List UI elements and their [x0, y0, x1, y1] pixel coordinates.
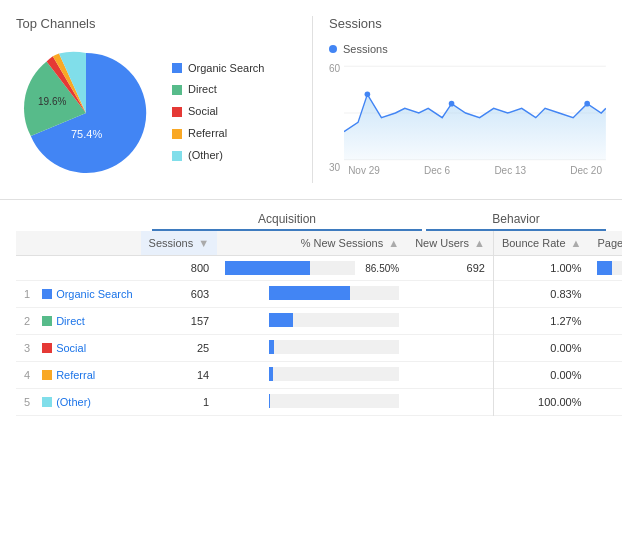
chart-legend: Organic Search Direct Social Referral (O… — [172, 59, 264, 168]
row-num-5: 5 — [16, 389, 34, 416]
sessions-dot — [329, 45, 337, 53]
legend-dot-organic — [172, 63, 182, 73]
channel-link-4[interactable]: Referral — [56, 369, 95, 381]
newusers-2 — [407, 308, 493, 335]
legend-dot-referral — [172, 129, 182, 139]
pages-bar-2 — [589, 308, 622, 335]
data-table-section: Acquisition Behavior Sessions ▼ % New Se… — [0, 200, 622, 428]
legend-label-organic: Organic Search — [188, 59, 264, 79]
sessions-3: 25 — [141, 335, 218, 362]
th-new-sessions: % New Sessions ▲ — [217, 231, 407, 256]
x-axis-labels: Nov 29 Dec 6 Dec 13 Dec 20 — [344, 165, 606, 176]
table-row: 3 Social 25 0.00% — [16, 335, 622, 362]
sessions-line-chart — [344, 63, 606, 163]
table-row: 5 (Other) 1 100.00% — [16, 389, 622, 416]
sessions-point-peak — [365, 91, 371, 97]
total-newusers: 692 — [407, 256, 493, 281]
x-label-dec6: Dec 6 — [424, 165, 450, 176]
total-bounce: 1.00% — [493, 256, 589, 281]
newusers-3 — [407, 335, 493, 362]
total-newsessions-pct: 86.50% — [359, 263, 399, 274]
bounce-2: 1.27% — [493, 308, 589, 335]
x-label-dec13: Dec 13 — [494, 165, 526, 176]
sessions-4: 14 — [141, 362, 218, 389]
data-table: Sessions ▼ % New Sessions ▲ New Users ▲ … — [16, 231, 622, 416]
row-channel-1: Organic Search — [34, 281, 140, 308]
sort-icon-newusers[interactable]: ▲ — [474, 237, 485, 249]
sort-icon-bounce[interactable]: ▲ — [571, 237, 582, 249]
channel-dot-2 — [42, 316, 52, 326]
y-axis-max: 60 — [329, 63, 340, 74]
row-channel-4: Referral — [34, 362, 140, 389]
legend-item-other: (Other) — [172, 146, 264, 166]
channel-dot-3 — [42, 343, 52, 353]
sessions-5: 1 — [141, 389, 218, 416]
pages-bar-3 — [589, 335, 622, 362]
newusers-1 — [407, 281, 493, 308]
sort-icon-newsessions[interactable]: ▲ — [388, 237, 399, 249]
pages-bar-4 — [589, 362, 622, 389]
row-num-1: 1 — [16, 281, 34, 308]
table-header-row: Sessions ▼ % New Sessions ▲ New Users ▲ … — [16, 231, 622, 256]
pages-bar-5 — [589, 389, 622, 416]
th-new-users: New Users ▲ — [407, 231, 493, 256]
sort-icon-sessions[interactable]: ▼ — [198, 237, 209, 249]
legend-item-organic: Organic Search — [172, 59, 264, 79]
channel-dot-4 — [42, 370, 52, 380]
newsessions-bar-1 — [217, 281, 407, 308]
total-sessions: 800 — [141, 256, 218, 281]
newsessions-bar-4 — [217, 362, 407, 389]
x-label-nov29: Nov 29 — [348, 165, 380, 176]
total-num — [16, 256, 34, 281]
newusers-4 — [407, 362, 493, 389]
newsessions-bar-5 — [217, 389, 407, 416]
total-pages-bar: 2.78 — [589, 256, 622, 281]
legend-label-other: (Other) — [188, 146, 223, 166]
sessions-point-1 — [449, 101, 455, 107]
row-num-3: 3 — [16, 335, 34, 362]
bounce-3: 0.00% — [493, 335, 589, 362]
sessions-area — [344, 94, 606, 159]
channel-link-5[interactable]: (Other) — [56, 396, 91, 408]
legend-item-social: Social — [172, 102, 264, 122]
row-channel-3: Social — [34, 335, 140, 362]
legend-item-referral: Referral — [172, 124, 264, 144]
channel-dot-5 — [42, 397, 52, 407]
pages-bar-1 — [589, 281, 622, 308]
sessions-1: 603 — [141, 281, 218, 308]
th-sessions: Sessions ▼ — [141, 231, 218, 256]
behavior-header: Behavior — [426, 212, 606, 231]
table-row: 2 Direct 157 1.27% — [16, 308, 622, 335]
bounce-1: 0.83% — [493, 281, 589, 308]
sessions-legend: Sessions — [329, 43, 606, 55]
sessions-title: Sessions — [329, 16, 606, 31]
th-num — [16, 231, 34, 256]
pie-chart: 75.4% 19.6% — [16, 43, 156, 183]
legend-dot-social — [172, 107, 182, 117]
pie-label-direct: 19.6% — [38, 96, 66, 107]
sessions-legend-label: Sessions — [343, 43, 388, 55]
newsessions-bar-3 — [217, 335, 407, 362]
channel-link-1[interactable]: Organic Search — [56, 288, 132, 300]
legend-item-direct: Direct — [172, 80, 264, 100]
pie-label-organic: 75.4% — [71, 128, 102, 140]
total-label — [34, 256, 140, 281]
pie-chart-svg: 75.4% 19.6% — [16, 43, 156, 183]
table-row: 4 Referral 14 0.00% — [16, 362, 622, 389]
channel-dot-1 — [42, 289, 52, 299]
bounce-5: 100.00% — [493, 389, 589, 416]
top-channels-title: Top Channels — [16, 16, 296, 31]
legend-label-direct: Direct — [188, 80, 217, 100]
th-pages-session: Pages / Session ▲ — [589, 231, 622, 256]
row-num-4: 4 — [16, 362, 34, 389]
sessions-point-2 — [584, 101, 590, 107]
acquisition-header: Acquisition — [152, 212, 422, 231]
channel-link-2[interactable]: Direct — [56, 315, 85, 327]
total-newsessions-bar: 86.50% — [217, 256, 407, 281]
row-num-2: 2 — [16, 308, 34, 335]
y-axis-min: 30 — [329, 162, 340, 173]
top-channels-panel: Top Channels 75.4% — [16, 16, 296, 183]
channel-link-3[interactable]: Social — [56, 342, 86, 354]
legend-label-social: Social — [188, 102, 218, 122]
newsessions-bar-2 — [217, 308, 407, 335]
